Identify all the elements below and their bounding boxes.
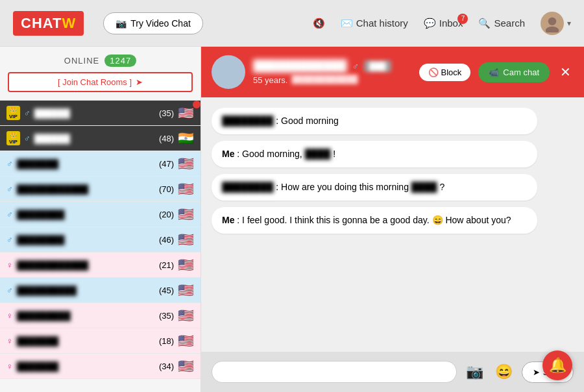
list-item[interactable]: ♀ ███████ (18) 🇺🇸 xyxy=(0,328,201,354)
flag-icon: 🇺🇸 xyxy=(178,105,194,121)
svg-point-0 xyxy=(548,17,556,25)
message-text: : How are you doing this morning xyxy=(276,182,411,192)
flag-icon: 🇺🇸 xyxy=(178,282,194,298)
list-item[interactable]: 👑VIP ♂ ██████ (35) 🇺🇸 xyxy=(0,101,201,126)
list-item[interactable]: ♀ ████████████ (21) 🇺🇸 xyxy=(0,252,201,278)
user-age: (70) xyxy=(159,184,174,194)
message-punct: ? xyxy=(439,182,444,192)
username-blur: ██████ xyxy=(34,108,155,118)
chat-input[interactable] xyxy=(212,361,457,383)
list-item[interactable]: ♂ ████████ (20) 🇺🇸 xyxy=(0,202,201,227)
chat-input-area: 📷 😄 ➤ Send xyxy=(201,352,584,392)
chat-username: ████████████ xyxy=(253,60,347,73)
chat-area: ████████████ ♂ ███ 55 years. ███████████… xyxy=(201,47,584,392)
list-item[interactable]: ♀ █████████ (35) 🇺🇸 xyxy=(0,303,201,328)
username-blur: ████████████ xyxy=(17,260,155,270)
join-chat-rooms-button[interactable]: [ Join Chat Rooms ] ➤ xyxy=(8,72,193,92)
block-label: Block xyxy=(441,67,462,77)
user-age: (48) xyxy=(159,134,174,143)
flag-icon: 🇺🇸 xyxy=(178,257,194,273)
gender-female-icon: ♀ xyxy=(6,361,13,371)
online-indicator: ONLINE 1247 xyxy=(64,55,136,67)
username-blur: ████████████ xyxy=(17,184,155,194)
try-video-chat-button[interactable]: 📷 Try Video Chat xyxy=(103,12,203,34)
gender-male-icon: ♂ xyxy=(6,235,13,245)
emoji-icon: 😄 xyxy=(495,363,513,380)
list-item[interactable]: ♂ ███████ (47) 🇺🇸 xyxy=(0,151,201,177)
user-avatar xyxy=(541,12,564,35)
flag-icon: 🇺🇸 xyxy=(178,358,194,374)
list-item[interactable]: 👑VIP ♂ ██████ (48) 🇮🇳 xyxy=(0,126,201,151)
header-nav: 🔇 ✉️ Chat history 💬 Inbox 7 🔍 Search ▾ xyxy=(313,12,571,35)
online-count: 1247 xyxy=(104,55,136,67)
header: CHATW 📷 Try Video Chat 🔇 ✉️ Chat history… xyxy=(0,0,584,47)
chevron-down-icon: ▾ xyxy=(567,19,571,28)
username-blur: ███████ xyxy=(17,159,155,169)
envelope-icon: ✉️ xyxy=(341,18,353,29)
message-bubble: Me : I feel good. I think this is gonna … xyxy=(212,207,537,234)
inbox-nav[interactable]: 💬 Inbox 7 xyxy=(424,18,463,29)
flag-icon: 🇺🇸 xyxy=(178,206,194,222)
svg-point-3 xyxy=(219,77,237,85)
close-chat-button[interactable]: ✕ xyxy=(557,62,574,82)
gender-female-icon: ♀ xyxy=(6,311,13,321)
camera-icon: 📷 xyxy=(466,363,483,380)
message-text-end: ! xyxy=(333,149,335,159)
list-item[interactable]: ♀ ███████ (34) 🇺🇸 xyxy=(0,354,201,379)
sender-name: ████████ xyxy=(222,116,273,126)
gender-male-icon: ♂ xyxy=(6,184,13,194)
svg-point-1 xyxy=(546,26,559,32)
chat-user-avatar xyxy=(212,55,245,89)
message-text: : I feel good. I think this is gonna be … xyxy=(237,215,511,225)
main-layout: ONLINE 1247 [ Join Chat Rooms ] ➤ 👑VIP ♂… xyxy=(0,47,584,392)
chat-user-location: ████████████ xyxy=(291,75,358,84)
recipient-name-blur: ████ xyxy=(305,149,331,159)
user-list: 👑VIP ♂ ██████ (35) 🇺🇸 👑VIP ♂ ██████ (48)… xyxy=(0,101,201,392)
logo-sub: W xyxy=(62,15,76,31)
send-icon: ➤ xyxy=(533,367,540,377)
camera-attach-button[interactable]: 📷 xyxy=(463,361,486,383)
vip-badge: 👑VIP xyxy=(6,106,20,120)
sender-me: Me xyxy=(222,149,234,159)
cam-chat-label: Cam chat xyxy=(503,67,539,77)
list-item[interactable]: ♂ ████████████ (70) 🇺🇸 xyxy=(0,177,201,202)
message-text: : Good morning, xyxy=(237,149,304,159)
flag-icon: 🇺🇸 xyxy=(178,181,194,197)
user-age: (46) xyxy=(159,235,174,245)
chat-history-nav[interactable]: ✉️ Chat history xyxy=(341,18,408,29)
chat-user-age: 55 years. xyxy=(253,75,287,85)
user-status-badge: ███ xyxy=(364,60,391,72)
gender-female-icon: ♀ xyxy=(6,260,13,270)
flag-icon: 🇺🇸 xyxy=(178,333,194,349)
user-avatar-nav[interactable]: ▾ xyxy=(541,12,571,35)
flag-icon: 🇺🇸 xyxy=(178,156,194,171)
online-label: ONLINE xyxy=(64,56,99,66)
username-blur: █████████ xyxy=(17,311,155,321)
speaker-icon: 🔇 xyxy=(313,18,325,29)
video-btn-label: Try Video Chat xyxy=(130,18,191,29)
search-icon: 🔍 xyxy=(478,18,491,29)
notification-bell-button[interactable]: 🔔 xyxy=(542,350,572,380)
video-cam-icon: 📹 xyxy=(489,67,499,77)
username-blur: ██████ xyxy=(34,134,155,143)
gender-male-icon: ♂ xyxy=(6,286,13,295)
sidebar: ONLINE 1247 [ Join Chat Rooms ] ➤ 👑VIP ♂… xyxy=(0,47,201,392)
gender-male-icon: ♂ xyxy=(6,159,13,169)
svg-point-2 xyxy=(223,63,234,75)
flag-icon: 🇺🇸 xyxy=(178,232,194,247)
bell-icon: 🔔 xyxy=(549,357,566,374)
username-blur: ██████████ xyxy=(17,286,155,295)
user-age: (34) xyxy=(159,361,174,371)
list-item[interactable]: ♂ ██████████ (45) 🇺🇸 xyxy=(0,278,201,303)
search-label: Search xyxy=(494,18,525,29)
gender-male-icon: ♂ xyxy=(24,134,30,143)
mute-button[interactable]: 🔇 xyxy=(313,18,325,29)
search-nav[interactable]: 🔍 Search xyxy=(478,18,525,29)
sidebar-header: ONLINE 1247 [ Join Chat Rooms ] ➤ xyxy=(0,47,201,101)
emoji-button[interactable]: 😄 xyxy=(493,361,515,383)
messages-area: ████████ : Good morning Me : Good mornin… xyxy=(201,97,584,352)
cam-chat-button[interactable]: 📹 Cam chat xyxy=(478,62,550,82)
list-item[interactable]: ♂ ████████ (46) 🇺🇸 xyxy=(0,227,201,252)
user-age: (35) xyxy=(159,311,174,321)
block-button[interactable]: 🚫 Block xyxy=(419,64,471,81)
